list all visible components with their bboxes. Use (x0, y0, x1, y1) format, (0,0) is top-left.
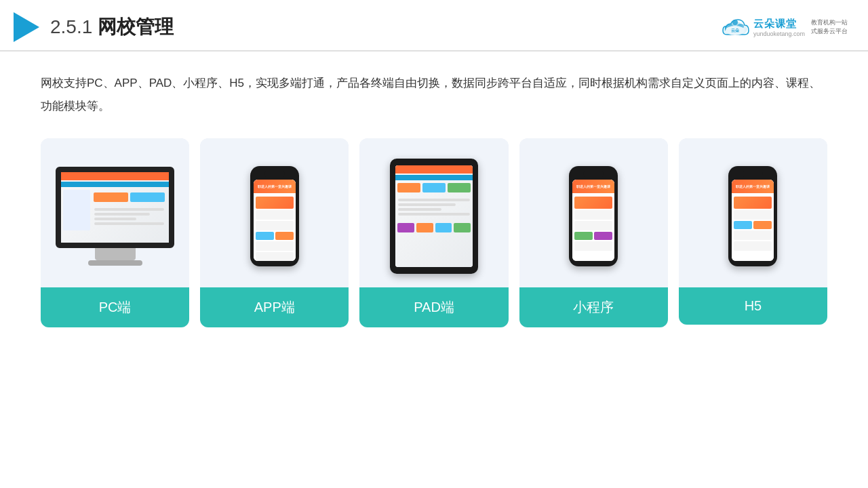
phone-icon-miniprogram: 职进人的第一堂兴趣课 (569, 166, 618, 266)
logo-domain: yunduoketang.com (753, 30, 805, 37)
logo-name: 云朵课堂 (753, 18, 805, 30)
phone-content-h5: 职进人的第一堂兴趣课 (732, 180, 774, 261)
cloud-logo-icon: 云朵 (720, 17, 750, 37)
card-app-label: APP端 (200, 287, 349, 327)
card-app: 职进人的第一堂兴趣课 (200, 138, 349, 327)
card-app-image: 职进人的第一堂兴趣课 (200, 138, 349, 287)
monitor-base (88, 260, 142, 266)
card-pc-image (41, 138, 189, 287)
logo-area: 云朵 云朵课堂 yunduoketang.com 教育机构一站式服务云平台 (720, 17, 848, 37)
header-left: 2.5.1 网校管理 (14, 12, 174, 42)
card-h5: 职进人的第一堂兴趣课 (679, 138, 827, 325)
brand-logo: 云朵 云朵课堂 yunduoketang.com 教育机构一站式服务云平台 (720, 17, 848, 37)
phone-content-app: 职进人的第一堂兴趣课 (254, 180, 296, 261)
card-pad-image (359, 138, 508, 287)
phone-icon-app: 职进人的第一堂兴趣课 (250, 166, 299, 266)
card-h5-image: 职进人的第一堂兴趣课 (679, 138, 827, 287)
card-pad: PAD端 (359, 138, 508, 327)
card-h5-label: H5 (679, 287, 827, 325)
svg-text:云朵: 云朵 (731, 28, 740, 33)
card-miniprogram-image: 职进人的第一堂兴趣课 (519, 138, 668, 287)
card-miniprogram: 职进人的第一堂兴趣课 (519, 138, 668, 327)
main-content: 网校支持PC、APP、PAD、小程序、H5，实现多端打通，产品各终端自由切换，数… (0, 52, 868, 341)
phone-content-mini: 职进人的第一堂兴趣课 (572, 180, 614, 261)
logo-slogan: 教育机构一站式服务云平台 (811, 18, 848, 35)
phone-screen-mini: 职进人的第一堂兴趣课 (572, 180, 614, 261)
screen-content-pad (395, 165, 473, 267)
phone-notch (264, 171, 285, 177)
screen-content-pc (61, 172, 169, 243)
description-text: 网校支持PC、APP、PAD、小程序、H5，实现多端打通，产品各终端自由切换，数… (41, 72, 827, 118)
card-pad-label: PAD端 (359, 287, 508, 327)
phone-notch-mini (583, 171, 604, 177)
page-title: 2.5.1 网校管理 (50, 14, 174, 40)
play-icon (14, 12, 39, 42)
tablet-screen (395, 165, 473, 267)
platform-cards: PC端 职进人的第一堂兴趣课 (41, 138, 827, 327)
logo-text-block: 云朵课堂 yunduoketang.com (753, 18, 805, 37)
svg-point-3 (732, 20, 738, 25)
phone-screen-h5: 职进人的第一堂兴趣课 (732, 180, 774, 261)
monitor-screen (56, 167, 174, 248)
monitor-stand (95, 248, 136, 260)
phone-screen-app: 职进人的第一堂兴趣课 (254, 180, 296, 261)
phone-icon-h5: 职进人的第一堂兴趣课 (728, 166, 777, 266)
card-pc-label: PC端 (41, 287, 189, 327)
tablet-icon (390, 159, 478, 274)
page-header: 2.5.1 网校管理 云朵 云朵课堂 yunduoketang.com 教育机 (0, 0, 868, 52)
monitor-icon (56, 167, 174, 266)
card-pc: PC端 (41, 138, 189, 327)
card-miniprogram-label: 小程序 (519, 287, 668, 327)
phone-notch-h5 (743, 171, 763, 177)
